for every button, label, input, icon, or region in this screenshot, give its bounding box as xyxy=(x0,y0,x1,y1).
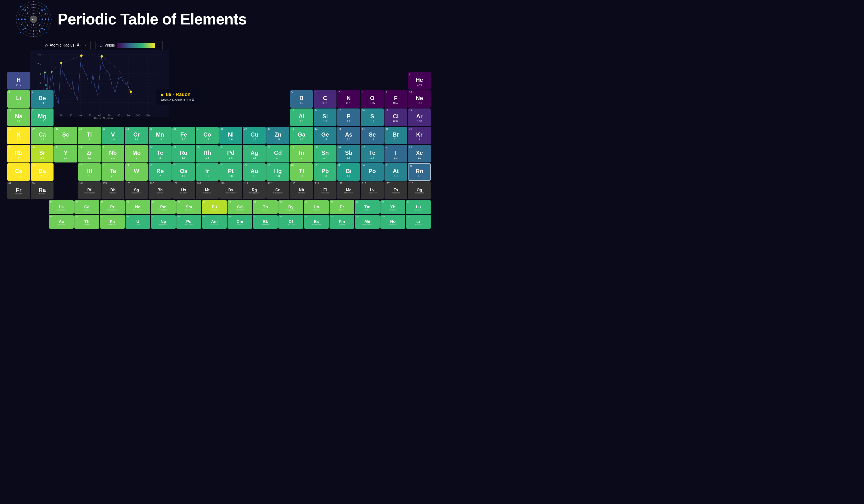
element-rf[interactable]: 104RfRutherfordium xyxy=(78,181,101,199)
element-rn[interactable]: 86Rn1.3 xyxy=(408,163,431,181)
element-ba[interactable]: 56Ba2.8 xyxy=(31,163,53,181)
element-th[interactable]: 90ThThorium xyxy=(74,215,99,229)
element-pa[interactable]: 91PaProtactinium xyxy=(100,215,125,229)
element-re[interactable]: 75Re2 xyxy=(148,163,171,181)
element-nb[interactable]: 41Nb2.1 xyxy=(101,145,124,163)
element-xe[interactable]: 54Xe1.2 xyxy=(408,145,431,163)
element-po[interactable]: 84Po1.5 xyxy=(361,163,384,181)
element-ru[interactable]: 44Ru1.9 xyxy=(172,145,195,163)
element-sc[interactable]: 21Sc2.1 xyxy=(54,127,77,144)
element-tc[interactable]: 43Tc2 xyxy=(148,145,171,163)
element-in[interactable]: 49In2 xyxy=(290,145,313,163)
element-ar[interactable]: 18Ar0.88 xyxy=(408,108,431,126)
element-ta[interactable]: 73Ta2.1 xyxy=(101,163,124,181)
element-ho[interactable]: 67HoHolmium xyxy=(304,200,329,214)
element-v[interactable]: 23V1.9 xyxy=(101,127,124,144)
element-i[interactable]: 53I1.3 xyxy=(384,145,407,163)
element-b[interactable]: 5B1.2 xyxy=(290,90,313,108)
element-ca[interactable]: 20Ca2.2 xyxy=(31,127,53,144)
element-pb[interactable]: 82Pb1.8 xyxy=(314,163,336,181)
element-ir[interactable]: 77Ir1.9 xyxy=(196,163,219,181)
element-o[interactable]: 8O0.65 xyxy=(361,90,384,108)
colorscale-selector[interactable]: ◇ Viridis xyxy=(96,41,163,50)
element-f[interactable]: 9F0.57 xyxy=(384,90,407,108)
element-pr[interactable]: 59PrPraseodymium xyxy=(100,200,125,214)
element-fr[interactable]: 87FrFrancium xyxy=(7,181,30,199)
element-pt[interactable]: 78Pt1.8 xyxy=(219,163,242,181)
element-p[interactable]: 15P1.2 xyxy=(337,108,360,126)
element-hs[interactable]: 108HsHassium xyxy=(172,181,195,199)
element-bi[interactable]: 83Bi1.6 xyxy=(337,163,360,181)
element-tl[interactable]: 81Tl2.1 xyxy=(290,163,313,181)
element-kr[interactable]: 36Kr1 xyxy=(408,127,431,144)
element-ag[interactable]: 47Ag1.8 xyxy=(243,145,266,163)
element-fe[interactable]: 26Fe1.7 xyxy=(172,127,195,144)
element-ti[interactable]: 22Ti2 xyxy=(78,127,101,144)
element-nd[interactable]: 60NdNeodymium xyxy=(125,200,150,214)
element-gd[interactable]: 64GdGadolinium xyxy=(228,200,252,214)
element-na[interactable]: 11Na2.2 xyxy=(7,108,30,126)
element-he[interactable]: 2He0.49 xyxy=(408,72,431,89)
element-sm[interactable]: 62SmSamarium xyxy=(176,200,201,214)
element-br[interactable]: 35Br1.1 xyxy=(384,127,407,144)
element-k[interactable]: 19K2.8 xyxy=(7,127,30,144)
element-yb[interactable]: 70YbYtterbium xyxy=(381,200,405,214)
element-sb[interactable]: 51Sb1.5 xyxy=(337,145,360,163)
element-rh[interactable]: 45Rh1.8 xyxy=(196,145,219,163)
element-li[interactable]: 3Li2.1 xyxy=(7,90,30,108)
element-u[interactable]: 92UUranium xyxy=(125,215,150,229)
element-lv[interactable]: 116LvLivermorium xyxy=(361,181,384,199)
element-as[interactable]: 33As1.3 xyxy=(337,127,360,144)
element-lu[interactable]: 71LuLutetium xyxy=(406,200,431,214)
element-tb[interactable]: 65TbTerbium xyxy=(253,200,278,214)
element-ra[interactable]: 88RaRadium xyxy=(31,181,53,199)
element-cf[interactable]: 98CfCalifornium xyxy=(278,215,303,229)
element-zr[interactable]: 40Zr2.2 xyxy=(78,145,101,163)
element-mn[interactable]: 25Mn1.8 xyxy=(148,127,171,144)
element-ga[interactable]: 31Ga1.8 xyxy=(290,127,313,144)
element-hg[interactable]: 80Hg1.8 xyxy=(266,163,289,181)
element-rb[interactable]: 37Rb3 xyxy=(7,145,30,163)
element-lr[interactable]: 103LrLawrencium xyxy=(406,215,431,229)
element-ni[interactable]: 28Ni1.6 xyxy=(219,127,242,144)
element-fm[interactable]: 100FmFermium xyxy=(329,215,354,229)
element-cn[interactable]: 112CnCopernicium xyxy=(266,181,289,199)
element-no[interactable]: 102NoNobelium xyxy=(381,215,405,229)
element-si[interactable]: 14Si1.5 xyxy=(314,108,336,126)
element-rg[interactable]: 111RgRoentgenium xyxy=(243,181,266,199)
element-au[interactable]: 79Au1.8 xyxy=(243,163,266,181)
element-n[interactable]: 7N0.75 xyxy=(337,90,360,108)
element-s[interactable]: 16S1.1 xyxy=(361,108,384,126)
element-zn[interactable]: 30Zn1.5 xyxy=(266,127,289,144)
element-db[interactable]: 105DbDubnium xyxy=(101,181,124,199)
element-mg[interactable]: 12Mg1.7 xyxy=(31,108,53,126)
element-y[interactable]: 39Y2.3 xyxy=(54,145,77,163)
element-fl[interactable]: 114FlFlerovium xyxy=(314,181,336,199)
element-nh[interactable]: 113NhNihonium xyxy=(290,181,313,199)
element-mt[interactable]: 109MtMeitnerium xyxy=(196,181,219,199)
element-cs[interactable]: 55Cs3.3 xyxy=(7,163,30,181)
element-es[interactable]: 99EsEinsteinium xyxy=(304,215,329,229)
element-cm[interactable]: 96CmCurium xyxy=(228,215,252,229)
element-la[interactable]: 57LaLanthanum xyxy=(49,200,74,214)
element-be[interactable]: 4Be1.4 xyxy=(31,90,53,108)
element-se[interactable]: 34Se1.2 xyxy=(361,127,384,144)
element-sn[interactable]: 50Sn1.7 xyxy=(314,145,336,163)
element-cd[interactable]: 48Cd1.7 xyxy=(266,145,289,163)
element-ds[interactable]: 110DsDarmstadtium xyxy=(219,181,242,199)
element-eu[interactable]: 63EuEuropium xyxy=(202,200,227,214)
element-pm[interactable]: 61PmPromethium xyxy=(151,200,176,214)
element-hf[interactable]: 72Hf2.2 xyxy=(78,163,101,181)
element-cl[interactable]: 17Cl0.97 xyxy=(384,108,407,126)
element-og[interactable]: 118OgOganesson xyxy=(408,181,431,199)
property-clear-icon[interactable]: × xyxy=(84,43,87,48)
element-os[interactable]: 76Os1.9 xyxy=(172,163,195,181)
property-selector[interactable]: ◇ Atomic Radius (Å) × xyxy=(41,41,91,50)
element-pu[interactable]: 94PuPlutonium xyxy=(176,215,201,229)
element-mo[interactable]: 42Mo2 xyxy=(125,145,148,163)
element-ce[interactable]: 58CeCerium xyxy=(74,200,99,214)
element-cr[interactable]: 24Cr1.9 xyxy=(125,127,148,144)
element-np[interactable]: 93NpNeptunium xyxy=(151,215,176,229)
element-pd[interactable]: 46Pd1.8 xyxy=(219,145,242,163)
element-dy[interactable]: 66DyDysprosium xyxy=(278,200,303,214)
